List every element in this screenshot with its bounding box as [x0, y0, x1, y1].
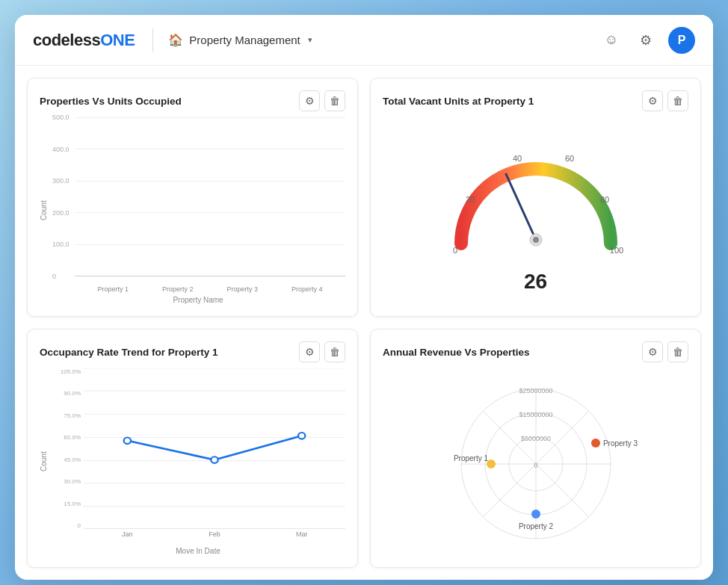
svg-point-19	[124, 437, 131, 444]
gauge-container: 0 20 40 60 80 100	[383, 117, 688, 304]
logo-accent: ONE	[100, 31, 135, 49]
y-tick-5: 45.0%	[64, 456, 81, 463]
gauge-needle	[506, 174, 536, 240]
app-window: codelessONE 🏠 Property Management ▾ ☺ ⚙ …	[15, 15, 713, 580]
y-tick-8: 0	[78, 522, 81, 529]
gauge-settings-button[interactable]: ⚙	[642, 90, 663, 111]
bar-x-axis-label: Property Name	[51, 296, 345, 304]
line-y-axis-label: Count	[40, 368, 48, 555]
chevron-down-icon: ▾	[308, 35, 312, 45]
line-chart-area: Count 105.0% 90.0% 75.0% 60.0% 45.0% 30.…	[40, 368, 345, 555]
y-tick-7: 15.0%	[64, 501, 81, 507]
line-x-axis-label: Move In Date	[51, 547, 345, 555]
svg-text:100: 100	[609, 246, 623, 255]
polar-point-2	[531, 510, 540, 519]
polar-svg: 0 $5000000 $15000000 $25000000 Property …	[413, 368, 659, 555]
bar-y-axis-label: Count	[40, 117, 48, 304]
avatar-letter: P	[678, 34, 686, 47]
gear-icon: ⚙	[648, 346, 658, 358]
bar-chart-card: Properties Vs Units Occupied ⚙ 🗑 Count	[27, 78, 358, 317]
svg-point-20	[211, 456, 218, 463]
svg-text:60: 60	[564, 154, 573, 163]
smiley-icon: ☺	[605, 32, 618, 48]
y-tick-6: 30.0%	[64, 478, 81, 485]
nav-title-text: Property Management	[189, 34, 300, 46]
trash-icon: 🗑	[673, 95, 683, 107]
trash-icon: 🗑	[673, 346, 683, 358]
line-chart-header: Occupancy Rate Trend for Property 1 ⚙ 🗑	[40, 341, 345, 362]
svg-text:Property 1: Property 1	[453, 454, 488, 462]
x-label-jan: Jan	[84, 530, 171, 545]
gauge-svg: 0 20 40 60 80 100	[439, 128, 633, 277]
gauge-header: Total Vacant Units at Property 1 ⚙ 🗑	[383, 90, 688, 111]
line-chart-card: Occupancy Rate Trend for Property 1 ⚙ 🗑 …	[27, 329, 358, 568]
svg-text:Property 2: Property 2	[518, 522, 553, 530]
gear-icon: ⚙	[305, 95, 315, 107]
y-tick-1: 105.0%	[61, 368, 81, 375]
trash-icon: 🗑	[330, 346, 340, 358]
svg-text:$5000000: $5000000	[520, 435, 550, 442]
bar-chart-header: Properties Vs Units Occupied ⚙ 🗑	[40, 90, 345, 111]
svg-text:0: 0	[452, 246, 457, 255]
polar-point-3	[591, 439, 600, 448]
svg-text:80: 80	[599, 195, 608, 204]
svg-text:40: 40	[512, 154, 521, 163]
gauge-title: Total Vacant Units at Property 1	[383, 96, 638, 107]
dashboard: Properties Vs Units Occupied ⚙ 🗑 Count	[15, 66, 713, 580]
bar-x-label-4: Property 4	[275, 285, 340, 293]
gear-icon: ⚙	[640, 32, 652, 49]
logo: codelessONE	[33, 31, 135, 50]
trash-icon: 🗑	[330, 95, 340, 107]
bar-chart-settings-button[interactable]: ⚙	[299, 90, 320, 111]
line-chart-title: Occupancy Rate Trend for Property 1	[40, 347, 294, 358]
header-actions: ☺ ⚙ P	[599, 27, 695, 54]
y-tick-2: 90.0%	[64, 390, 81, 397]
y-tick-4: 60.0%	[64, 434, 81, 441]
nav-title[interactable]: 🏠 Property Management ▾	[168, 33, 312, 47]
house-icon: 🏠	[168, 33, 183, 47]
x-label-feb: Feb	[171, 530, 259, 545]
x-label-mar: Mar	[258, 530, 345, 545]
bar-chart-area: Count 500.0 400.	[40, 117, 345, 304]
bar-chart-title: Properties Vs Units Occupied	[40, 96, 294, 107]
bar-x-label-3: Property 3	[210, 285, 275, 293]
line-chart-settings-button[interactable]: ⚙	[299, 341, 320, 362]
svg-point-21	[298, 433, 305, 439]
gear-icon: ⚙	[648, 95, 658, 107]
avatar[interactable]: P	[668, 27, 695, 54]
polar-chart-settings-button[interactable]: ⚙	[642, 341, 663, 362]
polar-chart-header: Annual Revenue Vs Properties ⚙ 🗑	[383, 341, 688, 362]
svg-text:20: 20	[465, 195, 474, 204]
line-chart-svg	[84, 368, 345, 529]
settings-button[interactable]: ⚙	[634, 28, 658, 52]
header: codelessONE 🏠 Property Management ▾ ☺ ⚙ …	[15, 15, 713, 66]
polar-chart-title: Annual Revenue Vs Properties	[383, 347, 638, 358]
header-divider	[152, 28, 153, 52]
polar-chart-card: Annual Revenue Vs Properties ⚙ 🗑	[370, 329, 701, 568]
gauge-card: Total Vacant Units at Property 1 ⚙ 🗑	[370, 78, 701, 317]
polar-chart-area: 0 $5000000 $15000000 $25000000 Property …	[383, 368, 688, 555]
gear-icon: ⚙	[305, 346, 315, 358]
bar-x-label-2: Property 2	[146, 285, 211, 293]
svg-text:0: 0	[534, 462, 537, 469]
bar-chart-delete-button[interactable]: 🗑	[324, 90, 345, 111]
svg-text:$25000000: $25000000	[519, 387, 552, 394]
bar-x-label-1: Property 1	[81, 285, 146, 293]
svg-text:$15000000: $15000000	[519, 411, 552, 418]
svg-point-7	[533, 237, 539, 243]
y-tick-3: 75.0%	[64, 412, 81, 419]
svg-text:Property 3: Property 3	[602, 439, 638, 448]
smiley-button[interactable]: ☺	[599, 28, 623, 52]
gauge-delete-button[interactable]: 🗑	[667, 90, 688, 111]
polar-chart-delete-button[interactable]: 🗑	[667, 341, 688, 362]
line-chart-delete-button[interactable]: 🗑	[324, 341, 345, 362]
